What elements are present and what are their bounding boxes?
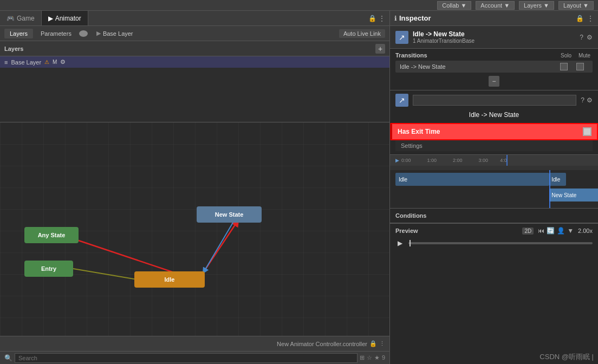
settings-icon[interactable]: ⚙ <box>587 34 593 41</box>
inspector-menu-icon[interactable]: ⋮ <box>587 15 594 22</box>
has-exit-time-label: Has Exit Time <box>398 128 583 135</box>
solo-label: Solo <box>558 53 574 58</box>
tab-animator[interactable]: ▶ Animator <box>42 11 88 25</box>
state-any-state[interactable]: Any State <box>24 227 79 243</box>
inspector-help: ? ⚙ <box>580 34 593 41</box>
state-entry[interactable]: Entry <box>24 261 73 277</box>
preview-icons: ⏮ 🔄 👤 ▼ <box>538 227 574 235</box>
watermark: CSDN @听雨眠 | <box>540 352 594 362</box>
timeline-idle-bar: Idle <box>395 173 549 186</box>
tab-game[interactable]: 🎮 Game <box>0 11 42 25</box>
transition-detail: ↗ ? ⚙ Idle -> New State Has Exit Time ✓ … <box>390 90 598 155</box>
menu2-icon[interactable]: ⋮ <box>379 340 385 347</box>
conditions-label: Conditions <box>395 212 426 219</box>
preview-chevron[interactable]: ▼ <box>567 227 574 235</box>
detail-help-icon[interactable]: ? <box>581 96 584 104</box>
tag-count: 9 <box>382 354 385 361</box>
search-icon: 🔍 <box>4 354 12 362</box>
transition-row-name: Idle -> New State <box>400 63 556 70</box>
transition-list-row[interactable]: Idle -> New State <box>395 61 593 73</box>
timeline-idle-bar2: Idle <box>549 173 566 186</box>
timeline-mark-4: 4:0 <box>500 158 507 163</box>
help-icon[interactable]: ? <box>580 34 583 41</box>
transition-detail-header: ↗ ? ⚙ <box>395 94 593 107</box>
search-bar: 🔍 ⊞ ☆ ★ 9 <box>0 351 389 364</box>
transition-icon: ↗ <box>395 31 408 44</box>
inspector-title: Inspector <box>399 14 576 22</box>
eye-icon[interactable] <box>79 30 88 37</box>
transition-info: Idle -> New State 1 AnimatorTransitionBa… <box>413 30 474 44</box>
lock3-icon: 🔒 <box>576 15 584 22</box>
remove-transition-button[interactable]: − <box>489 76 499 87</box>
layers-add-button[interactable]: + <box>375 44 385 54</box>
layer-gear-icon[interactable]: ⚙ <box>60 58 66 66</box>
preview-label: Preview <box>395 227 518 234</box>
layers-panel: Layers + ≡ Base Layer ⚠ M ⚙ <box>0 41 389 122</box>
inspector-icon: ℹ <box>394 15 397 22</box>
preview-progress-bar[interactable] <box>408 242 593 244</box>
animator-canvas[interactable]: Any State Entry Idle New State <box>0 122 389 336</box>
timeline-transition-line <box>549 170 550 208</box>
layout-button[interactable]: Layout ▼ <box>558 1 594 10</box>
transition-name: Idle -> New State <box>413 30 474 38</box>
detail-transition-name: Idle -> New State <box>395 111 593 119</box>
tab-bar: 🎮 Game ▶ Animator 🔒 ⋮ <box>0 11 389 26</box>
state-new-state[interactable]: New State <box>197 206 262 223</box>
inspector-icons: 🔒 ⋮ <box>576 15 594 22</box>
menu-icon[interactable]: ⋮ <box>379 15 385 22</box>
animator-icon: ▶ <box>48 15 53 22</box>
layer-m-badge: M <box>53 59 57 65</box>
layer-warning-icon: ⚠ <box>44 59 49 65</box>
play-cursor <box>506 155 508 166</box>
filter-icon[interactable]: ⊞ <box>360 354 365 361</box>
auto-live-link[interactable]: Auto Live Link <box>339 29 385 38</box>
preview-icon1[interactable]: ⏮ <box>538 227 544 235</box>
transitions-header-row: Transitions Solo Mute <box>395 52 593 58</box>
bookmark-icon[interactable]: ☆ <box>367 354 372 361</box>
play-head-icon: ▶ <box>395 158 399 163</box>
mute-checkbox[interactable] <box>576 63 584 70</box>
timeline-section: ▶ 0:00 1:00 2:00 3:00 4:0 Idle Idle <box>390 155 598 209</box>
timeline-ruler: ▶ 0:00 1:00 2:00 3:00 4:0 <box>390 155 598 166</box>
layers-tab[interactable]: Layers <box>4 29 33 38</box>
animator-toolbar: Layers Parameters ▶ Base Layer Auto Live… <box>0 26 389 41</box>
state-idle[interactable]: Idle <box>134 271 205 288</box>
detail-search-input[interactable] <box>413 95 576 106</box>
account-button[interactable]: Account ▼ <box>476 1 515 10</box>
has-exit-time-checkbox[interactable]: ✓ <box>583 127 592 136</box>
lock-icon: 🔒 <box>368 15 376 22</box>
preview-section: Preview 2D ⏮ 🔄 👤 ▼ 2.00x <box>390 223 598 238</box>
tab-bar-icons: 🔒 ⋮ <box>368 15 389 22</box>
breadcrumb-sep: ▶ <box>96 30 101 37</box>
preview-controls: ▶ <box>390 238 598 251</box>
detail-icons: ? ⚙ <box>581 96 593 104</box>
parameters-tab[interactable]: Parameters <box>35 29 77 38</box>
transition-sub: 1 AnimatorTransitionBase <box>413 38 474 44</box>
main-area: 🎮 Game ▶ Animator 🔒 ⋮ Layers Parameters … <box>0 11 598 364</box>
controller-name: New Animator Controller.controller <box>4 341 367 347</box>
layers-header: Layers + <box>0 41 389 56</box>
lock2-icon: 🔒 <box>369 340 377 347</box>
progress-handle <box>410 240 411 246</box>
star-icon[interactable]: ★ <box>374 354 380 361</box>
layers-button[interactable]: Layers ▼ <box>519 1 554 10</box>
search-input[interactable] <box>15 353 358 363</box>
transitions-section: Transitions Solo Mute Idle -> New State … <box>390 49 598 90</box>
layer-name: Base Layer <box>11 59 41 66</box>
timeline-mark-1: 1:00 <box>427 158 437 163</box>
preview-speed: 2.00x <box>578 227 593 234</box>
layer-item-base[interactable]: ≡ Base Layer ⚠ M ⚙ <box>0 56 389 68</box>
collab-button[interactable]: Collab ▼ <box>437 1 471 10</box>
layers-title: Layers <box>4 46 23 52</box>
breadcrumb-label: Base Layer <box>103 30 133 37</box>
left-panel: 🎮 Game ▶ Animator 🔒 ⋮ Layers Parameters … <box>0 11 390 364</box>
solo-checkbox[interactable] <box>560 63 568 70</box>
layer-dash-icon: ≡ <box>4 59 8 66</box>
preview-play-button[interactable]: ▶ <box>395 239 404 248</box>
detail-gear-icon[interactable]: ⚙ <box>587 96 593 104</box>
preview-2d-toggle[interactable]: 2D <box>522 227 534 235</box>
transition-header: ↗ Idle -> New State 1 AnimatorTransition… <box>390 26 598 49</box>
preview-icon2[interactable]: 🔄 <box>547 227 555 235</box>
preview-icon3[interactable]: 👤 <box>557 227 565 235</box>
top-toolbar: Collab ▼ Account ▼ Layers ▼ Layout ▼ <box>0 0 598 11</box>
